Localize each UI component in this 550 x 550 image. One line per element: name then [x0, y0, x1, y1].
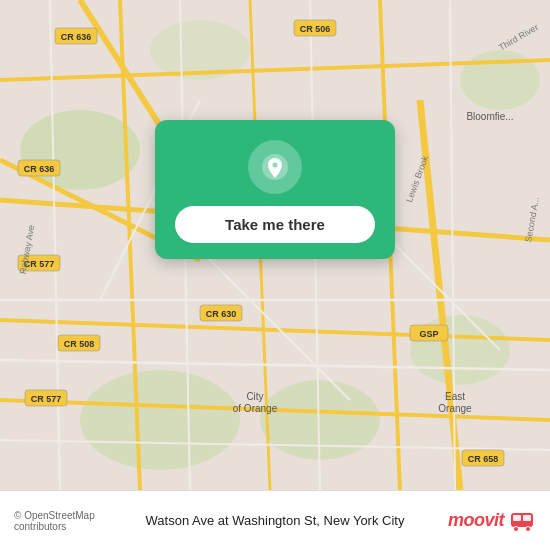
svg-point-3	[80, 370, 240, 470]
map-container: CR 636 CR 636 CR 506 CR 577 CR 577 CR 63…	[0, 0, 550, 490]
svg-text:CR 506: CR 506	[300, 24, 331, 34]
take-me-there-button[interactable]: Take me there	[175, 206, 375, 243]
location-icon-wrapper	[248, 140, 302, 194]
svg-text:GSP: GSP	[419, 329, 438, 339]
moovit-logo: moovit	[406, 507, 537, 535]
svg-text:CR 508: CR 508	[64, 339, 95, 349]
moovit-brand-text: moovit	[448, 510, 504, 531]
svg-text:East: East	[445, 391, 465, 402]
location-pin-icon	[261, 153, 289, 181]
moovit-bus-icon	[508, 507, 536, 535]
svg-text:Orange: Orange	[438, 403, 472, 414]
svg-text:CR 630: CR 630	[206, 309, 237, 319]
svg-text:of Orange: of Orange	[233, 403, 278, 414]
bottom-bar: © OpenStreetMap contributors Watson Ave …	[0, 490, 550, 550]
svg-point-60	[526, 526, 531, 531]
svg-text:Bloomfie...: Bloomfie...	[466, 111, 513, 122]
svg-text:CR 577: CR 577	[31, 394, 62, 404]
copyright-text: © OpenStreetMap contributors	[14, 510, 145, 532]
svg-text:CR 636: CR 636	[24, 164, 55, 174]
svg-text:CR 658: CR 658	[468, 454, 499, 464]
svg-point-59	[514, 526, 519, 531]
svg-rect-58	[523, 515, 531, 521]
svg-text:CR 636: CR 636	[61, 32, 92, 42]
take-me-there-card: Take me there	[155, 120, 395, 259]
address-text: Watson Ave at Washington St, New York Ci…	[145, 513, 406, 528]
svg-text:City: City	[246, 391, 263, 402]
svg-rect-57	[513, 515, 521, 521]
